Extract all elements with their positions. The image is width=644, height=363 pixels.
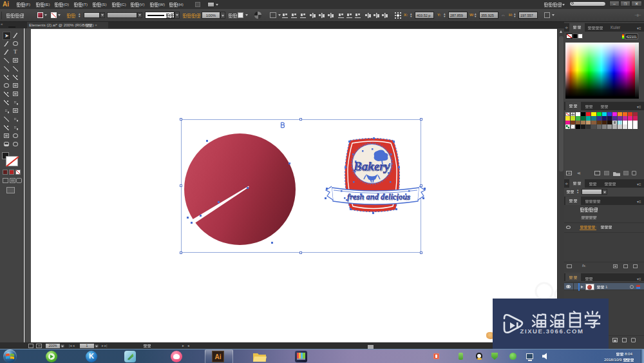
svg-text:Bakery: Bakery: [354, 160, 391, 173]
svg-text:ZIXUE.3066.COM: ZIXUE.3066.COM: [520, 328, 584, 335]
svg-text:fresh and delicious: fresh and delicious: [348, 193, 411, 202]
